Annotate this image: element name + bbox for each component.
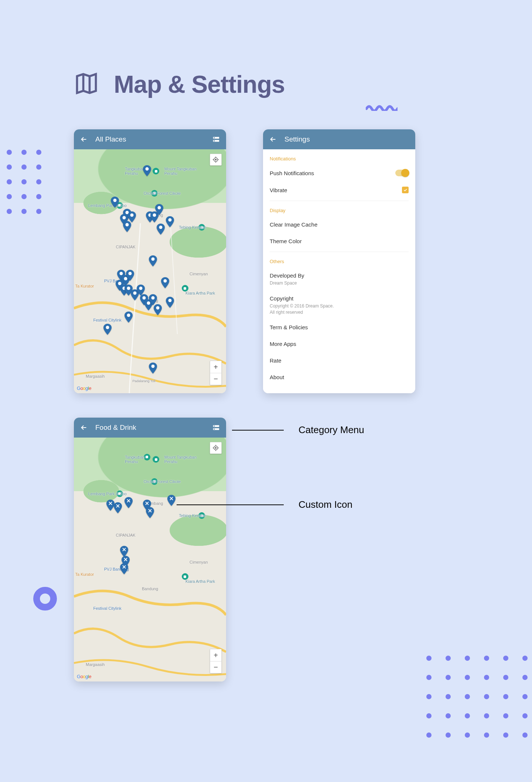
app-bar-title: Food & Drink: [95, 424, 205, 432]
list-toggle-button[interactable]: [212, 424, 220, 432]
push-notifications-switch[interactable]: [395, 170, 409, 176]
map-label: Orchid Forest Cikole: [144, 479, 181, 484]
map-label: CIPANJAK: [116, 245, 136, 249]
map-label: Lembang Park & Zoo: [88, 492, 127, 496]
map-pin-food[interactable]: [167, 495, 175, 506]
svg-point-2: [214, 137, 215, 139]
map-label: Tebing Keraton: [179, 225, 206, 229]
setting-more-apps[interactable]: More Apps: [270, 336, 409, 352]
svg-point-3: [214, 140, 215, 142]
screen-settings: Settings Notifications Push Notification…: [263, 129, 415, 393]
section-header-notifications: Notifications: [270, 149, 409, 164]
setting-developed-by[interactable]: Developed By Dream Space: [270, 267, 409, 290]
map-pin[interactable]: [161, 277, 169, 288]
vibrate-checkbox[interactable]: [402, 187, 409, 193]
map-pin[interactable]: [123, 221, 131, 232]
map-pin[interactable]: [157, 224, 165, 235]
map-pin[interactable]: [149, 255, 157, 266]
map-label: Kiara Artha Park: [185, 579, 215, 584]
map-label: CIPANJAK: [116, 533, 136, 537]
map-pin[interactable]: [126, 270, 134, 281]
settings-list[interactable]: Notifications Push Notifications Vibrate…: [263, 149, 415, 393]
map-label: Tangkuban Perahu: [125, 455, 145, 464]
map-pin[interactable]: [166, 216, 174, 227]
map-label: Festival Citylink: [93, 606, 121, 611]
map-view[interactable]: Tangkuban Perahu Mount Tangkuban Perahu …: [74, 438, 226, 681]
map-poi-marker[interactable]: [153, 168, 159, 174]
back-button[interactable]: [80, 424, 88, 432]
setting-term-policies[interactable]: Term & Policies: [270, 319, 409, 336]
map-pin[interactable]: [103, 324, 112, 335]
zoom-out-button[interactable]: −: [210, 661, 221, 673]
setting-copyright[interactable]: Copyright Copyright © 2016 Dream Space. …: [270, 290, 409, 319]
locate-button[interactable]: [210, 154, 222, 166]
dots-decoration-left: [7, 150, 41, 214]
google-logo: Google: [77, 385, 91, 391]
map-label: Tangkuban Perahu: [125, 167, 145, 176]
map-pin[interactable]: [143, 165, 151, 176]
app-bar: All Places: [74, 129, 226, 149]
zoom-controls: + −: [210, 649, 222, 673]
map-pin[interactable]: [166, 297, 174, 308]
map-pin[interactable]: [125, 312, 133, 323]
dots-decoration-right: [426, 656, 532, 738]
back-button[interactable]: [80, 135, 88, 143]
map-label: Kiara Artha Park: [185, 291, 215, 295]
map-pin-food[interactable]: [125, 497, 133, 508]
callout-category-menu: Category Menu: [232, 424, 364, 436]
map-view[interactable]: Tangkuban Perahu Mount Tangkuban Perahu …: [74, 149, 226, 393]
setting-vibrate[interactable]: Vibrate: [270, 181, 409, 198]
zoom-controls: + −: [210, 361, 222, 385]
setting-rate[interactable]: Rate: [270, 352, 409, 369]
map-label: Lembang Park & Zoo: [88, 203, 127, 208]
map-pin-food[interactable]: [146, 507, 154, 518]
setting-push-notifications[interactable]: Push Notifications: [270, 164, 409, 181]
map-label: Tebing Keraton: [179, 513, 206, 518]
map-label: Cimenyan: [190, 272, 208, 276]
map-label: Mount Tangkuban Perahu: [164, 167, 197, 176]
page-title: Map & Settings: [114, 70, 285, 98]
map-label: Margaasih: [86, 374, 105, 378]
map-pin[interactable]: [154, 304, 162, 315]
map-pin[interactable]: [149, 363, 157, 374]
squiggle-decoration: [366, 103, 398, 111]
map-pin[interactable]: [111, 197, 119, 208]
locate-button[interactable]: [210, 442, 222, 454]
back-button[interactable]: [269, 135, 277, 143]
map-label: Ta Kurator: [75, 572, 94, 577]
map-pin[interactable]: [155, 204, 163, 215]
map-label: Festival Citylink: [93, 318, 121, 322]
list-toggle-button[interactable]: [212, 135, 220, 143]
map-label: Orchid Forest Cikole: [144, 191, 181, 196]
map-label: Cimenyan: [190, 560, 208, 564]
ring-decoration: [33, 587, 57, 611]
app-bar-title: Settings: [284, 135, 409, 143]
setting-theme-color[interactable]: Theme Color: [270, 233, 409, 249]
map-poi-marker[interactable]: [153, 456, 159, 463]
zoom-in-button[interactable]: +: [210, 649, 221, 661]
screen-all-places: All Places Tangkuban Perahu Mount Tangku…: [74, 129, 226, 393]
screen-food-drink: Food & Drink Tangkuban Perahu Mount Tang…: [74, 418, 226, 681]
map-label: Padalarang Toll: [133, 379, 156, 383]
svg-point-10: [214, 429, 215, 430]
map-label: Ta Kurator: [75, 284, 94, 288]
setting-clear-cache[interactable]: Clear Image Cache: [270, 216, 409, 233]
zoom-in-button[interactable]: +: [210, 361, 221, 373]
map-label: Mount Tangkuban Perahu: [164, 455, 197, 464]
map-pin-food[interactable]: [114, 502, 122, 513]
setting-about[interactable]: About: [270, 369, 409, 385]
app-bar: Settings: [263, 129, 415, 149]
map-label: Margaasih: [86, 662, 105, 667]
map-pin-food[interactable]: [120, 563, 128, 574]
svg-point-6: [215, 159, 216, 160]
zoom-out-button[interactable]: −: [210, 373, 221, 385]
map-icon: [74, 71, 99, 98]
section-header-display: Display: [270, 201, 409, 216]
callout-custom-icon: Custom Icon: [177, 499, 352, 510]
map-label: Bandung: [142, 586, 158, 591]
google-logo: Google: [77, 674, 91, 679]
svg-point-9: [214, 426, 215, 427]
section-header-others: Others: [270, 252, 409, 267]
app-bar: Food & Drink: [74, 418, 226, 438]
map-pin-food[interactable]: [106, 500, 115, 511]
